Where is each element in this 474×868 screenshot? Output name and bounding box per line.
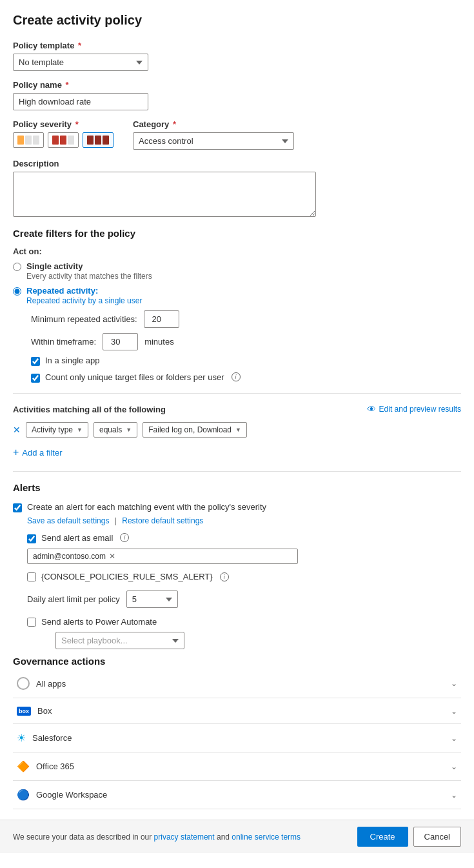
office365-label: Office 365 <box>36 762 74 771</box>
add-filter-label: Add a filter <box>22 448 62 458</box>
salesforce-label: Salesforce <box>32 733 72 743</box>
severity-medium[interactable] <box>48 132 79 148</box>
office365-chevron: ⌄ <box>451 762 457 771</box>
cancel-button[interactable]: Cancel <box>413 827 461 847</box>
severity-low[interactable] <box>13 132 44 148</box>
severity-category-row: Policy severity * <box>13 119 461 150</box>
within-timeframe-row: Within timeframe: minutes <box>31 333 461 350</box>
category-label: Category * <box>133 119 294 129</box>
policy-name-group: Policy name * <box>13 80 461 110</box>
filter-close-icon[interactable]: ✕ <box>13 425 21 435</box>
single-activity-label: Single activity <box>26 261 152 271</box>
severity-high[interactable] <box>83 132 114 148</box>
all-apps-label: All apps <box>36 679 66 689</box>
create-alert-checkbox[interactable] <box>13 503 22 512</box>
governance-all-apps[interactable]: All apps ⌄ <box>13 669 461 698</box>
alerts-section: Alerts Create an alert for each matching… <box>13 482 461 649</box>
terms-link[interactable]: online service terms <box>232 833 301 842</box>
activity-type-label: Activity type <box>32 425 73 434</box>
min-repeated-label: Minimum repeated activities: <box>31 314 137 324</box>
policy-template-label: Policy template * <box>13 41 461 50</box>
alert-links: Save as default settings | Restore defau… <box>27 516 461 525</box>
single-activity-radio[interactable] <box>13 263 21 271</box>
footer: We secure your data as described in our … <box>0 820 474 853</box>
min-repeated-row: Minimum repeated activities: <box>31 310 461 328</box>
email-box[interactable]: admin@contoso.com ✕ <box>27 549 298 564</box>
alerts-title: Alerts <box>13 482 461 493</box>
single-activity-sublabel: Every activity that matches the filters <box>26 272 152 281</box>
box-label: Box <box>37 706 52 716</box>
act-on-label: Act on: <box>13 247 461 256</box>
edit-preview-link[interactable]: 👁 Edit and preview results <box>367 404 461 414</box>
policy-severity-label: Policy severity * <box>13 119 114 129</box>
count-unique-info-icon[interactable]: i <box>232 372 241 381</box>
repeated-activity-option: Repeated activity: Repeated activity by … <box>13 286 461 305</box>
divider-2 <box>13 471 461 472</box>
description-group: Description <box>13 159 461 219</box>
sms-row: {CONSOLE_POLICIES_RULE_SMS_ALERT} i <box>27 572 461 581</box>
repeated-activity-suboptions: Minimum repeated activities: Within time… <box>31 310 461 350</box>
operator-dropdown[interactable]: equals ▼ <box>94 422 137 438</box>
filters-section: Create filters for the policy Act on: Si… <box>13 228 461 383</box>
salesforce-icon: ☀ <box>17 732 26 744</box>
count-unique-checkbox[interactable] <box>31 374 40 383</box>
power-automate-label: Send alerts to Power Automate <box>41 617 157 627</box>
email-tag-close[interactable]: ✕ <box>109 552 115 561</box>
all-apps-chevron: ⌄ <box>451 679 457 688</box>
box-chevron: ⌄ <box>451 707 457 716</box>
salesforce-chevron: ⌄ <box>451 734 457 743</box>
playbook-select[interactable]: Select playbook... <box>55 632 184 649</box>
create-alert-label: Create an alert for each matching event … <box>27 502 266 512</box>
activity-type-chevron: ▼ <box>77 427 83 433</box>
governance-title: Governance actions <box>13 656 461 667</box>
save-default-link[interactable]: Save as default settings <box>27 516 109 525</box>
power-automate-checkbox[interactable] <box>27 618 36 627</box>
daily-limit-label: Daily alert limit per policy <box>27 594 120 604</box>
policy-template-select[interactable]: No template <box>13 54 148 71</box>
policy-template-group: Policy template * No template <box>13 41 461 71</box>
single-activity-option: Single activity Every activity that matc… <box>13 261 461 281</box>
within-timeframe-label: Within timeframe: <box>31 337 96 347</box>
policy-severity-group: Policy severity * <box>13 119 114 148</box>
governance-salesforce[interactable]: ☀ Salesforce ⌄ <box>13 724 461 752</box>
email-input-row: admin@contoso.com ✕ <box>27 549 461 564</box>
governance-section: Governance actions All apps ⌄ box Box ⌄ … <box>13 656 461 809</box>
filter-row: ✕ Activity type ▼ equals ▼ Failed log on… <box>13 422 461 438</box>
sms-checkbox[interactable] <box>27 572 36 581</box>
description-textarea[interactable] <box>13 172 316 217</box>
policy-name-input[interactable] <box>13 93 148 110</box>
count-unique-label: Count only unique target files or folder… <box>45 372 224 382</box>
sms-label: {CONSOLE_POLICIES_RULE_SMS_ALERT} <box>41 572 213 581</box>
privacy-link[interactable]: privacy statement <box>154 833 215 842</box>
create-button[interactable]: Create <box>357 827 408 847</box>
activity-type-dropdown[interactable]: Activity type ▼ <box>26 422 88 438</box>
restore-default-link[interactable]: Restore default settings <box>122 516 203 525</box>
footer-text: We secure your data as described in our … <box>13 833 301 842</box>
operator-label: equals <box>99 425 122 434</box>
daily-limit-select[interactable]: 5 10 20 50 100 <box>126 590 178 608</box>
send-email-info-icon[interactable]: i <box>120 533 129 542</box>
activities-matching-title: Activities matching all of the following <box>13 405 166 414</box>
single-app-checkbox[interactable] <box>31 357 40 366</box>
within-timeframe-input[interactable] <box>103 333 138 350</box>
single-app-label: In a single app <box>45 356 100 365</box>
severity-options <box>13 132 114 148</box>
governance-box[interactable]: box Box ⌄ <box>13 698 461 724</box>
policy-name-label: Policy name * <box>13 80 461 90</box>
filter-value-dropdown[interactable]: Failed log on, Download ▼ <box>143 422 247 438</box>
repeated-activity-sublabel: Repeated activity by a single user <box>26 296 142 305</box>
page-title: Create activity policy <box>13 13 461 28</box>
footer-buttons: Create Cancel <box>357 827 462 847</box>
add-filter-button[interactable]: + Add a filter <box>13 444 63 461</box>
category-select[interactable]: Access control <box>133 132 294 150</box>
description-label: Description <box>13 159 461 168</box>
send-email-check-row: Send alert as email i <box>27 533 461 543</box>
sms-info-icon[interactable]: i <box>220 572 229 581</box>
repeated-activity-radio[interactable] <box>13 287 21 296</box>
governance-office365[interactable]: 🔶 Office 365 ⌄ <box>13 752 461 781</box>
operator-chevron: ▼ <box>126 427 132 433</box>
send-email-checkbox[interactable] <box>27 534 36 543</box>
filters-section-title: Create filters for the policy <box>13 228 461 239</box>
governance-google-workspace[interactable]: 🔵 Google Workspace ⌄ <box>13 781 461 809</box>
min-repeated-input[interactable] <box>144 310 179 328</box>
